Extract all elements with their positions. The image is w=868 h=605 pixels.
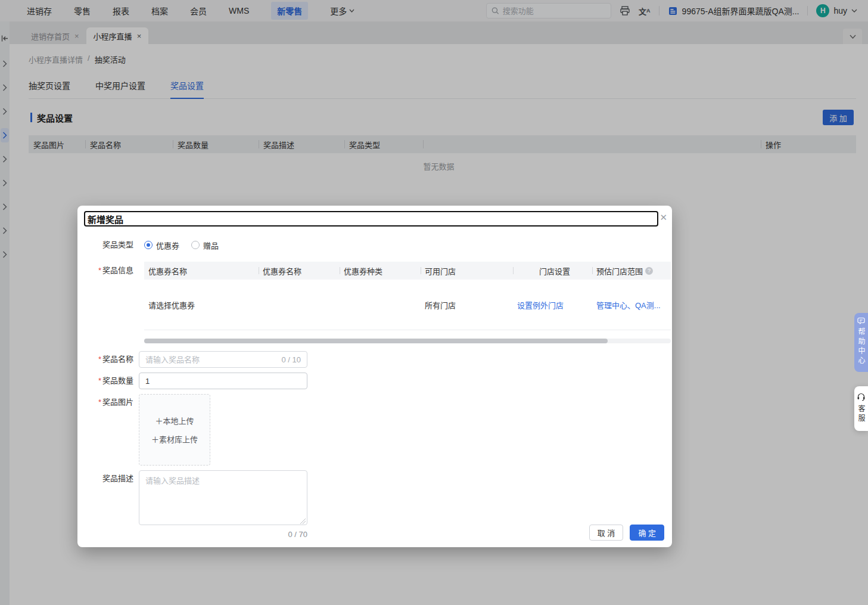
upload-local-button[interactable]: ＋本地上传 [155,415,194,426]
customer-service-tab[interactable]: 客服 [854,386,868,431]
upload-library-button[interactable]: ＋素材库上传 [151,433,198,445]
radio-checked-icon [144,241,153,249]
col-coupon-kind: 优惠券种类 [340,262,421,280]
prize-name-label: 奖品名称 [77,351,133,368]
prize-image-row: 奖品图片 ＋本地上传 ＋素材库上传 [77,394,672,466]
radio-gift-label: 赠品 [203,240,219,251]
prize-desc-counter: 0 / 70 [139,530,307,539]
prize-desc-row: 奖品描述 [77,470,672,527]
prize-name-counter: 0 / 10 [281,355,301,364]
help-chat-icon [857,317,865,325]
coupon-table-row: 请选择优惠券 所有门店 设置例外门店 管理中心、QA测... [144,280,671,330]
coupon-table: 优惠券名称 优惠券名称 优惠券种类 可用门店 门店设置 预估门店范围 ? 请选择… [144,262,671,330]
store-scope-link[interactable]: 管理中心、QA测... [596,301,661,310]
col-store-scope: 预估门店范围 ? [592,262,671,280]
prize-desc-wrap [139,470,307,527]
prize-desc-label: 奖品描述 [77,470,133,487]
scrollbar-thumb[interactable] [144,339,608,343]
col-usable-stores: 可用门店 [421,262,513,280]
radio-gift[interactable]: 赠品 [191,240,219,251]
prize-type-label: 奖品类型 [77,237,133,253]
prize-qty-input-wrap [139,373,307,389]
prize-info-row: 奖品信息 优惠券名称 优惠券名称 优惠券种类 可用门店 门店设置 预估门店范围 … [77,262,672,343]
col-coupon-name: 优惠券名称 [144,262,259,280]
close-icon[interactable]: ✕ [659,213,667,222]
prize-type-radio-group: 优惠券 赠品 [144,240,219,251]
help-question-icon[interactable]: ? [645,267,653,275]
modal-footer: 取 消 确 定 [589,525,664,541]
add-prize-modal: 新增奖品 ✕ 奖品类型 优惠券 赠品 奖品信息 优惠券名称 [77,206,672,547]
radio-unchecked-icon [191,241,200,249]
horizontal-scrollbar [144,339,671,343]
prize-desc-textarea[interactable] [139,470,307,525]
prize-image-label: 奖品图片 [77,394,133,411]
modal-body: 奖品类型 优惠券 赠品 奖品信息 优惠券名称 优惠券名称 [77,232,672,547]
select-coupon-trigger[interactable]: 请选择优惠券 [148,301,195,310]
set-exception-stores-link[interactable]: 设置例外门店 [517,301,564,310]
col-store-scope-label: 预估门店范围 [596,265,643,277]
image-upload-box[interactable]: ＋本地上传 ＋素材库上传 [139,394,210,466]
prize-name-row: 奖品名称 0 / 10 [77,351,672,368]
prize-qty-input[interactable] [145,377,301,386]
help-center-label: 帮助中心 [856,328,866,366]
prize-qty-label: 奖品数量 [77,373,133,389]
customer-service-label: 客服 [856,405,866,424]
resize-grip-icon[interactable] [300,519,306,524]
col-store-setting: 门店设置 [513,262,592,280]
prize-name-input-wrap: 0 / 10 [139,351,307,368]
modal-title-box: 新增奖品 [84,211,658,227]
prize-qty-row: 奖品数量 [77,373,672,389]
prize-type-row: 奖品类型 优惠券 赠品 [77,237,672,253]
radio-coupon-label: 优惠券 [156,240,179,251]
modal-title: 新增奖品 [88,213,123,225]
prize-info-label: 奖品信息 [77,262,133,280]
confirm-button[interactable]: 确 定 [630,525,664,541]
coupon-table-header: 优惠券名称 优惠券名称 优惠券种类 可用门店 门店设置 预估门店范围 ? [144,262,671,280]
prize-name-input[interactable] [145,355,281,364]
radio-coupon[interactable]: 优惠券 [144,240,179,251]
col-coupon-name-2: 优惠券名称 [259,262,340,280]
help-center-tab[interactable]: 帮助中心 [854,313,868,372]
usable-stores-cell: 所有门店 [421,299,513,311]
headset-icon [857,392,866,401]
cancel-button[interactable]: 取 消 [589,525,624,541]
